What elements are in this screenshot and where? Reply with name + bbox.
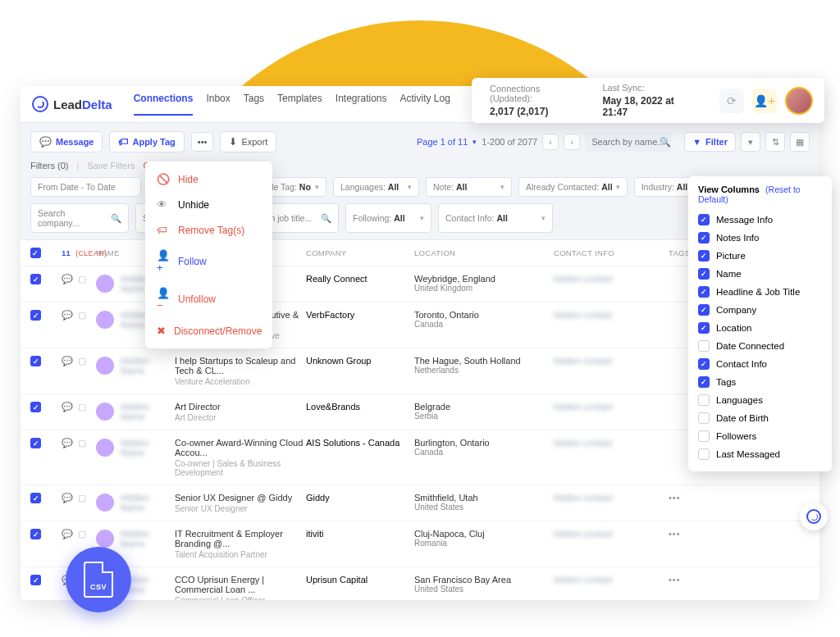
ctx-follow[interactable]: 👤+Follow — [145, 243, 272, 280]
message-icon[interactable]: 💬 — [62, 529, 73, 539]
note-filter[interactable]: Note: All▾ — [426, 177, 512, 197]
more-actions-button[interactable]: ••• — [191, 132, 214, 152]
ctx-unfollow[interactable]: 👤−Unfollow — [145, 280, 272, 318]
table-row[interactable]: 💬▢ Hidden Name IT Recruitment & Employer… — [21, 521, 819, 567]
page-indicator[interactable]: Page 1 of 11 — [417, 137, 468, 147]
nav-templates[interactable]: Templates — [277, 93, 322, 116]
add-user-icon[interactable]: 👤+ — [752, 89, 777, 113]
search-icon[interactable]: 🔍 — [660, 137, 671, 148]
col-header-contact[interactable]: CONTACT INFO — [554, 248, 669, 257]
nav-inbox[interactable]: Inbox — [206, 93, 230, 116]
checkbox[interactable] — [698, 448, 710, 460]
message-icon[interactable]: 💬 — [62, 402, 73, 412]
column-toggle[interactable]: Date Connected — [698, 337, 822, 355]
brand-logo[interactable]: LeadDelta — [32, 96, 112, 112]
checkbox[interactable] — [698, 412, 710, 424]
location-country: Canada — [414, 448, 554, 457]
ctx-unhide[interactable]: 👁Unhide — [145, 192, 272, 217]
note-icon[interactable]: ▢ — [78, 402, 86, 412]
row-checkbox[interactable] — [30, 274, 41, 284]
column-toggle[interactable]: Tags — [698, 373, 822, 391]
note-icon[interactable]: ▢ — [78, 493, 86, 503]
message-icon[interactable]: 💬 — [62, 310, 73, 321]
date-input[interactable]: From Date - To Date — [30, 177, 141, 197]
checkbox[interactable] — [698, 250, 710, 262]
checkbox[interactable] — [698, 394, 710, 406]
message-icon[interactable]: 💬 — [62, 274, 73, 284]
export-button[interactable]: ⬇Export — [220, 131, 276, 152]
sort-button[interactable]: ⇅ — [765, 132, 785, 152]
note-icon[interactable]: ▢ — [78, 356, 86, 366]
checkbox[interactable] — [698, 214, 710, 225]
message-icon[interactable]: 💬 — [62, 493, 73, 503]
col-header-location[interactable]: LOCATION — [414, 248, 554, 257]
column-toggle[interactable]: Name — [698, 265, 822, 283]
nav-activity-log[interactable]: Activity Log — [400, 93, 450, 116]
column-toggle[interactable]: Date of Birth — [698, 409, 822, 427]
note-icon[interactable]: ▢ — [78, 274, 86, 284]
checkbox[interactable] — [698, 268, 710, 280]
row-checkbox[interactable] — [30, 438, 41, 448]
row-more-button[interactable]: ••• — [669, 493, 718, 503]
contact-info-filter[interactable]: Contact Info: All▾ — [438, 203, 553, 233]
row-checkbox[interactable] — [30, 493, 41, 503]
note-icon[interactable]: ▢ — [78, 529, 86, 539]
chevron-down-button[interactable]: ▾ — [741, 132, 760, 152]
filter-button[interactable]: ▼Filter — [684, 132, 736, 152]
column-toggle[interactable]: Languages — [698, 391, 822, 409]
prev-page-button[interactable]: ‹ — [542, 134, 559, 150]
checkbox[interactable] — [698, 286, 710, 298]
next-page-button[interactable]: › — [564, 134, 580, 150]
column-toggle[interactable]: Last Messaged — [698, 445, 822, 463]
column-toggle[interactable]: Message Info — [698, 211, 822, 229]
nav-integrations[interactable]: Integrations — [336, 93, 387, 116]
row-more-button[interactable]: ••• — [669, 529, 718, 539]
ctx-hide[interactable]: 🚫Hide — [145, 166, 272, 192]
row-checkbox[interactable] — [30, 356, 41, 366]
refresh-icon[interactable]: ⟳ — [719, 89, 744, 113]
nav-tags[interactable]: Tags — [244, 93, 264, 116]
column-toggle[interactable]: Picture — [698, 247, 822, 265]
search-company-input[interactable]: Search company...🔍 — [30, 203, 129, 233]
table-row[interactable]: 💬▢ Hidden Name CCO Uprisun Energy | Comm… — [21, 567, 819, 600]
following-filter[interactable]: Following: All▾ — [345, 203, 431, 233]
checkbox[interactable] — [698, 304, 710, 316]
search-name-input[interactable] — [585, 132, 671, 152]
note-icon[interactable]: ▢ — [78, 310, 86, 321]
table-row[interactable]: 💬▢ Hidden Name Senior UX Designer @ Gidd… — [21, 485, 819, 521]
select-all-checkbox[interactable] — [30, 248, 41, 258]
column-toggle[interactable]: Contact Info — [698, 355, 822, 373]
save-filters-link[interactable]: Save Filters — [87, 161, 135, 171]
column-toggle[interactable]: Location — [698, 319, 822, 337]
column-toggle[interactable]: Notes Info — [698, 229, 822, 247]
checkbox[interactable] — [698, 430, 710, 442]
columns-button[interactable]: ▦ — [790, 132, 810, 152]
message-icon[interactable]: 💬 — [62, 438, 73, 448]
already-contacted-filter[interactable]: Already Contacted: All▾ — [518, 177, 628, 197]
row-more-button[interactable]: ••• — [669, 575, 718, 585]
apply-tag-button[interactable]: 🏷Apply Tag — [109, 131, 184, 152]
row-checkbox[interactable] — [30, 529, 41, 539]
checkbox[interactable] — [698, 322, 710, 334]
nav-connections[interactable]: Connections — [134, 93, 194, 116]
column-toggle[interactable]: Headline & Job Title — [698, 283, 822, 301]
row-checkbox[interactable] — [30, 575, 41, 585]
checkbox[interactable] — [698, 340, 710, 352]
csv-export-badge[interactable] — [66, 547, 131, 612]
column-toggle[interactable]: Company — [698, 301, 822, 319]
checkbox[interactable] — [698, 376, 710, 388]
languages-filter[interactable]: Languages: All▾ — [333, 177, 419, 197]
checkbox[interactable] — [698, 232, 710, 243]
column-toggle[interactable]: Followers — [698, 427, 822, 445]
col-header-company[interactable]: COMPANY — [306, 248, 414, 257]
ctx-remove-tags[interactable]: 🏷Remove Tag(s) — [145, 217, 272, 243]
row-checkbox[interactable] — [30, 310, 41, 321]
user-avatar[interactable] — [785, 87, 813, 115]
note-icon[interactable]: ▢ — [78, 438, 86, 448]
floating-logo-button[interactable] — [800, 503, 828, 530]
ctx-disconnect[interactable]: ✖Disconnect/Remove — [145, 318, 272, 344]
row-checkbox[interactable] — [30, 402, 41, 412]
message-icon[interactable]: 💬 — [62, 356, 73, 366]
message-button[interactable]: 💬Message — [30, 131, 103, 152]
checkbox[interactable] — [698, 358, 710, 370]
